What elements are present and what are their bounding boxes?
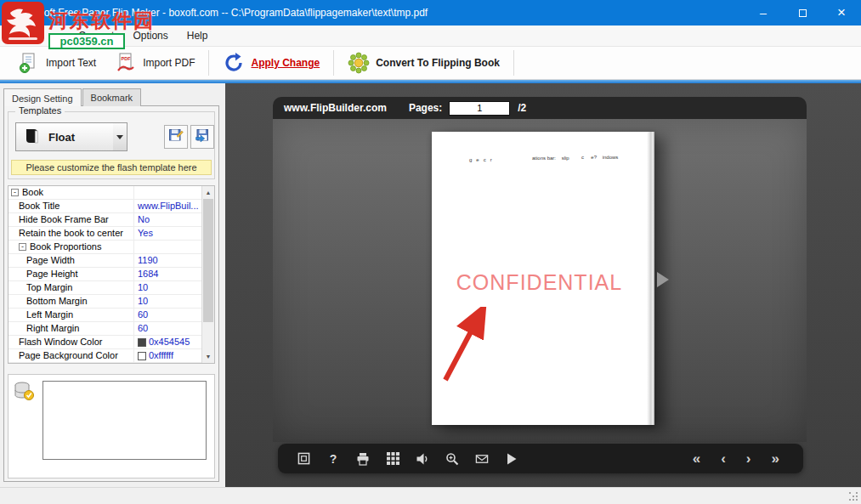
property-value[interactable]: Yes [134,227,201,240]
tab-design-setting[interactable]: Design Setting [3,88,82,106]
templates-group-label: Templates [15,105,65,116]
import-text-icon [18,52,40,74]
flash-preview-box [8,374,215,479]
apply-change-button[interactable]: Apply Change [213,48,329,78]
property-label: Flash Window Color [19,336,102,348]
templates-groupbox: Templates Float [8,111,215,179]
flipbook-stage: CONFIDENTIAL g e c rations bar: slipc e?… [273,119,807,442]
import-pdf-button[interactable]: PDF Import PDF [105,48,204,78]
save-template-button[interactable] [164,125,188,149]
property-row[interactable]: Top Margin10 [8,281,201,295]
svg-text:PDF: PDF [122,56,132,61]
minimize-button[interactable]: – [744,0,783,25]
property-label: Left Margin [26,309,73,321]
property-row[interactable]: Flash Window Color0x454545 [8,336,201,349]
watermark-site-url[interactable]: pc0359.cn [48,33,125,49]
property-row[interactable]: Page Height1684 [8,268,201,281]
page-headline: CONFIDENTIAL [432,270,647,295]
scrollbar-thumb[interactable] [203,199,213,322]
tab-bookmark[interactable]: Bookmark [82,88,142,106]
export-template-button[interactable] [190,125,214,149]
property-value[interactable]: No [134,213,201,226]
main-toolbar: Import Text PDF Import PDF Apply Change … [0,46,861,80]
fit-screen-icon[interactable] [297,452,310,466]
flip-next-arrow[interactable] [657,272,669,287]
book-page[interactable]: CONFIDENTIAL g e c rations bar: slipc e?… [432,132,654,425]
property-value[interactable]: 60 [134,309,201,321]
nav-last-icon[interactable]: » [772,451,779,466]
nav-previous-icon[interactable]: ‹ [721,451,726,466]
page-fine-print: c e? indows [581,155,618,160]
scroll-up-icon[interactable]: ▲ [202,186,214,199]
property-value[interactable]: 0xffffff [134,349,201,362]
property-label: Top Margin [26,281,72,294]
preview-placeholder [42,381,207,460]
nav-first-icon[interactable]: « [693,451,700,466]
collapse-icon[interactable]: - [19,243,26,251]
statusbar [0,487,861,504]
property-grid-scrollbar[interactable]: ▲ ▼ [201,186,214,363]
flipbook-toolbar: ? «‹›» [278,444,803,473]
property-value[interactable]: 10 [134,281,201,294]
property-group-row[interactable]: -Book Proportions [8,241,201,254]
property-row[interactable]: Book Titlewww.FlipBuil... [8,200,201,213]
property-grid-rows: -BookBook Titlewww.FlipBuil...Hide Book … [8,186,201,363]
property-row[interactable]: Hide Book Frame BarNo [8,213,201,227]
property-label: Book Title [19,200,59,212]
property-label: Hide Book Frame Bar [19,213,109,226]
property-row[interactable]: Right Margin60 [8,322,201,336]
red-arrow-annotation [437,307,491,388]
email-icon[interactable] [475,452,489,466]
property-label: Book [22,186,43,199]
property-value[interactable]: 1684 [134,268,201,280]
property-row[interactable]: Page Width1190 [8,254,201,268]
sound-icon[interactable] [416,452,429,466]
property-row[interactable]: Retain the book to centerYes [8,227,201,241]
resize-grip[interactable] [848,491,858,501]
property-group-row[interactable]: -Book [8,186,201,200]
convert-button-label: Convert To Flipping Book [376,57,500,69]
property-label: Page Width [26,254,75,267]
flipbook-header: www.FlipBuilder.com Pages: /2 [273,97,807,119]
property-value[interactable]: 60 [134,322,201,335]
current-page-input[interactable] [449,101,510,116]
database-check-icon [13,380,35,402]
import-text-button[interactable]: Import Text [8,48,105,78]
property-row[interactable]: Bottom Margin10 [8,295,201,309]
property-label: Bottom Margin [26,295,88,308]
template-hint-note: Please customize the flash template here [11,160,212,175]
scroll-down-icon[interactable]: ▼ [202,350,214,363]
template-dropdown-button[interactable] [113,122,127,151]
property-row[interactable]: Left Margin60 [8,309,201,322]
sidebar-tabs: Design Setting Bookmark [3,88,142,106]
collapse-icon[interactable]: - [11,189,19,196]
property-label: Page Height [26,268,78,280]
property-value[interactable] [134,241,201,253]
maximize-icon [799,9,807,17]
nav-next-icon[interactable]: › [746,451,751,466]
chevron-down-icon [116,135,123,139]
watermark-site-name: 河东软件园 [48,8,155,34]
property-row[interactable]: Page Background Color0xffffff [8,349,201,363]
property-value[interactable]: www.FlipBuil... [134,200,201,212]
property-value[interactable]: 10 [134,295,201,308]
convert-button[interactable]: Convert To Flipping Book [338,48,509,78]
thumbnails-icon[interactable] [386,452,399,466]
flipbuilder-brand: www.FlipBuilder.com [284,102,387,114]
print-icon[interactable] [356,452,370,466]
property-value[interactable]: 0x454545 [134,336,201,348]
watermark-logo-icon [2,2,44,44]
close-button[interactable]: × [822,0,861,25]
template-select-button[interactable]: Float [15,122,114,151]
apply-change-icon [223,52,245,74]
property-value[interactable] [134,186,201,199]
play-icon[interactable] [505,452,518,466]
maximize-button[interactable] [783,0,822,25]
property-grid: -BookBook Titlewww.FlipBuil...Hide Book … [8,185,215,364]
save-template-icon [168,128,184,146]
property-value[interactable]: 1190 [134,254,201,267]
toolbar-separator [208,50,209,76]
zoom-in-icon[interactable] [445,452,459,466]
menu-item-help[interactable]: Help [178,28,218,43]
help-icon[interactable]: ? [326,452,340,466]
